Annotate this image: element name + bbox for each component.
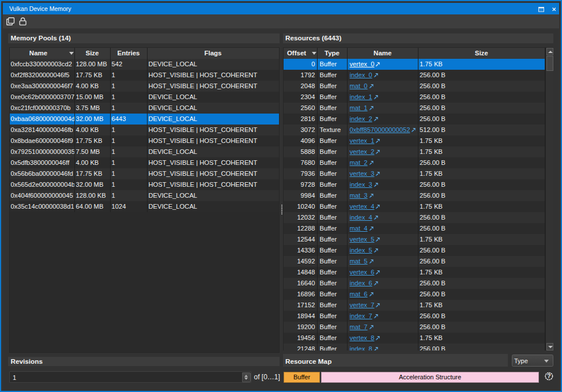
svg-text:?: ? — [547, 372, 551, 379]
